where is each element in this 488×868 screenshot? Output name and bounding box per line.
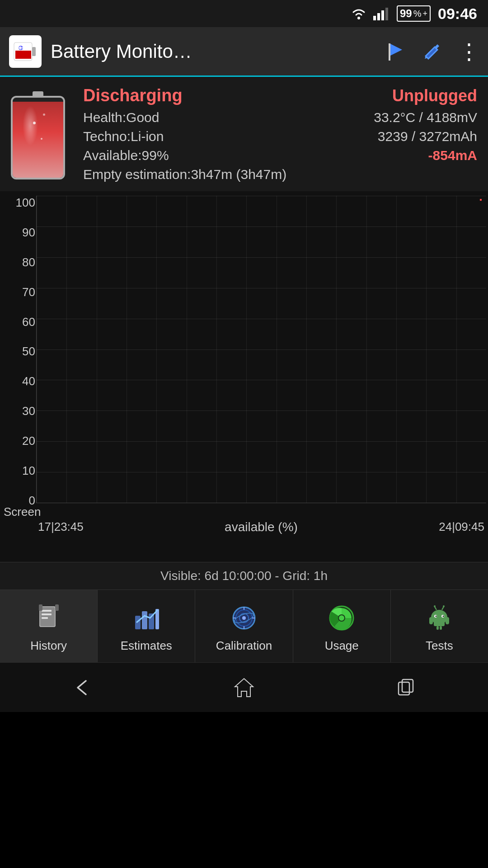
estimates-icon	[130, 602, 163, 634]
capacity-value: 3239 / 3272mAh	[378, 129, 477, 144]
y-label-70: 70	[4, 285, 35, 299]
grid-h-70	[37, 288, 486, 288]
svg-point-41	[434, 605, 436, 607]
app-bar: Battery Monito… ⋮	[0, 27, 488, 77]
nav-label-tests: Tests	[426, 639, 453, 653]
grid-h-40	[37, 380, 486, 380]
edit-icon[interactable]	[422, 42, 442, 61]
svg-rect-44	[399, 682, 409, 695]
chart-data-point	[480, 199, 482, 201]
svg-rect-17	[55, 604, 59, 611]
grid-v-8	[277, 196, 277, 503]
y-label-60: 60	[4, 315, 35, 329]
available-label: Available:99%	[83, 148, 169, 163]
svg-rect-10	[389, 43, 390, 61]
svg-marker-9	[389, 43, 402, 56]
grid-v-10	[336, 196, 337, 503]
grid-h-0	[37, 503, 486, 503]
calibration-icon	[228, 602, 260, 634]
history-icon	[33, 602, 65, 634]
grid-h-100	[37, 196, 486, 196]
y-label-30: 30	[4, 404, 35, 418]
grid-v-11	[366, 196, 367, 503]
system-nav	[0, 662, 488, 712]
svg-point-43	[443, 605, 445, 607]
wifi-icon	[350, 7, 368, 20]
svg-rect-1	[373, 16, 376, 20]
y-label-40: 40	[4, 374, 35, 388]
chart-x-axis: 17|23:45 available (%) 24|09:45	[0, 520, 488, 534]
svg-rect-37	[446, 617, 449, 624]
svg-rect-14	[42, 613, 52, 615]
info-details: Discharging Unplugged Health:Good 33.2°C…	[83, 86, 477, 182]
svg-rect-35	[434, 622, 445, 626]
status-bar: 99% + 09:46	[0, 0, 488, 27]
status-time: 09:46	[438, 5, 477, 23]
y-label-10: 10	[4, 464, 35, 478]
back-button[interactable]	[63, 670, 99, 706]
estimation-label: Empty estimation:3h47m (3h47m)	[83, 167, 286, 182]
flag-icon[interactable]	[386, 42, 406, 61]
svg-rect-7	[15, 51, 31, 59]
nav-item-calibration[interactable]: Calibration	[195, 590, 293, 662]
grid-v-5	[187, 196, 187, 503]
grid-h-30	[37, 410, 486, 411]
current-value: -854mA	[428, 148, 477, 163]
y-label-100: 100	[4, 196, 35, 210]
svg-rect-36	[429, 617, 433, 624]
svg-rect-16	[39, 604, 42, 611]
grid-v-3	[127, 196, 127, 503]
svg-line-42	[442, 607, 444, 610]
nav-item-tests[interactable]: Tests	[391, 590, 488, 662]
grid-v-14	[456, 196, 457, 503]
chart-section: 100 90 80 70 60 50 40 30 20 10 0	[0, 191, 488, 562]
nav-label-estimates: Estimates	[121, 639, 172, 653]
svg-point-25	[242, 616, 246, 620]
grid-v-4	[156, 196, 157, 503]
grid-v-0	[37, 196, 37, 503]
status-unplugged: Unplugged	[392, 86, 477, 105]
menu-icon[interactable]: ⋮	[458, 39, 479, 64]
chart-area[interactable]	[36, 196, 486, 503]
health-label: Health:Good	[83, 110, 159, 125]
app-logo-icon	[9, 35, 42, 68]
svg-point-33	[436, 615, 437, 617]
grid-v-6	[216, 196, 217, 503]
techno-label: Techno:Li-ion	[83, 129, 164, 144]
battery-icon: 99% +	[397, 5, 431, 22]
home-button[interactable]	[226, 670, 262, 706]
nav-item-history[interactable]: History	[0, 590, 98, 662]
svg-point-29	[339, 615, 344, 621]
recent-apps-button[interactable]	[389, 670, 425, 706]
svg-point-0	[357, 17, 360, 19]
grid-v-9	[306, 196, 307, 503]
chart-y-axis: 100 90 80 70 60 50 40 30 20 10 0	[4, 196, 35, 508]
grid-v-1	[66, 196, 67, 503]
grid-v-2	[97, 196, 97, 503]
svg-rect-13	[42, 610, 52, 612]
svg-line-40	[435, 607, 436, 610]
usage-icon	[325, 602, 358, 634]
svg-rect-38	[436, 626, 439, 630]
bottom-nav: History Estimates Calibra	[0, 590, 488, 662]
grid-h-80	[37, 257, 486, 258]
nav-item-usage[interactable]: Usage	[293, 590, 391, 662]
grid-h-90	[37, 226, 486, 227]
grid-v-7	[246, 196, 247, 503]
svg-rect-19	[142, 611, 147, 629]
x-label-left: 17|23:45	[38, 520, 84, 534]
svg-rect-39	[440, 626, 442, 630]
grid-v-12	[396, 196, 397, 503]
nav-item-estimates[interactable]: Estimates	[98, 590, 195, 662]
battery-image	[11, 86, 74, 176]
nav-label-history: History	[30, 639, 67, 653]
svg-rect-3	[381, 10, 384, 20]
signal-icon	[373, 7, 391, 20]
nav-label-usage: Usage	[325, 639, 359, 653]
y-label-90: 90	[4, 226, 35, 240]
tests-icon	[423, 602, 455, 634]
grid-h-20	[37, 441, 486, 442]
svg-rect-15	[42, 617, 48, 619]
nav-label-calibration: Calibration	[216, 639, 272, 653]
status-icons: 99% +	[350, 5, 431, 22]
